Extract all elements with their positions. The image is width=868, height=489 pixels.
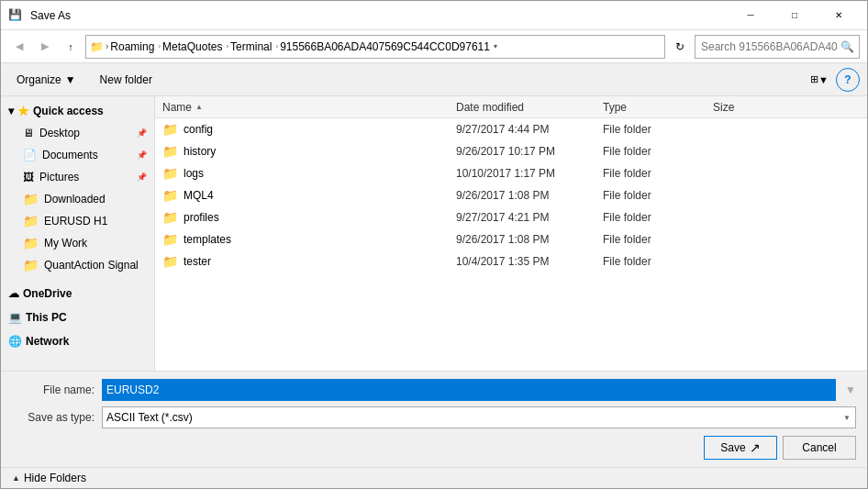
- breadcrumb-terminal[interactable]: Terminal: [230, 40, 272, 53]
- sidebar-item-my-work[interactable]: 📁 My Work: [1, 232, 154, 254]
- file-name: config: [184, 123, 213, 136]
- address-bar: ◀ ▶ ↑ 📁 › Roaming › MetaQuotes › Termina…: [1, 30, 867, 63]
- breadcrumb-roaming[interactable]: Roaming: [110, 40, 154, 53]
- minimize-button[interactable]: ─: [729, 2, 772, 29]
- file-name: templates: [184, 233, 231, 246]
- file-name-cell: 📁 config: [155, 122, 449, 137]
- bottom-buttons: Save ↗ Cancel: [12, 436, 856, 460]
- column-date[interactable]: Date modified: [449, 101, 595, 114]
- view-arrow: ▼: [818, 74, 829, 85]
- cancel-button[interactable]: Cancel: [783, 436, 856, 460]
- file-date-cell: 9/26/2017 1:08 PM: [449, 233, 595, 246]
- save-as-dialog: 💾 Save As ─ □ ✕ ◀ ▶ ↑ 📁 › Roaming › Meta…: [0, 0, 868, 489]
- table-row[interactable]: 📁 config 9/27/2017 4:44 PM File folder: [155, 118, 867, 140]
- column-name[interactable]: Name ▲: [155, 101, 449, 114]
- file-type-cell: File folder: [595, 167, 706, 180]
- file-type-cell: File folder: [595, 189, 706, 202]
- quantaction-icon: 📁: [23, 258, 39, 272]
- sidebar-onedrive[interactable]: ☁ OneDrive: [1, 283, 154, 304]
- breadcrumb-sep-1: ›: [106, 41, 108, 51]
- organize-button[interactable]: Organize ▼: [8, 68, 84, 92]
- sidebar-item-downloaded[interactable]: 📁 Downloaded: [1, 188, 154, 210]
- file-list: Name ▲ Date modified Type Size 📁 config: [155, 96, 867, 371]
- forward-button[interactable]: ▶: [34, 36, 56, 58]
- thispc-label: This PC: [26, 311, 67, 324]
- table-row[interactable]: 📁 history 9/26/2017 10:17 PM File folder: [155, 140, 867, 162]
- quantaction-label: QuantAction Signal: [44, 259, 139, 272]
- folder-icon: 📁: [162, 232, 178, 247]
- column-name-label: Name: [162, 101, 192, 114]
- folder-icon: 📁: [162, 166, 178, 181]
- documents-label: Documents: [42, 149, 98, 161]
- table-row[interactable]: 📁 tester 10/4/2017 1:35 PM File folder: [155, 250, 867, 272]
- search-container: 🔍: [695, 35, 860, 59]
- column-type[interactable]: Type: [595, 101, 706, 114]
- file-list-header: Name ▲ Date modified Type Size: [155, 96, 867, 118]
- filename-dropdown-arrow[interactable]: ▼: [845, 383, 856, 396]
- sidebar-network[interactable]: 🌐 Network: [1, 331, 154, 351]
- downloaded-label: Downloaded: [44, 193, 106, 206]
- sidebar-quick-access-header[interactable]: ▾ ★ Quick access: [1, 100, 154, 122]
- save-label: Save: [720, 441, 745, 454]
- folder-icon: 📁: [162, 254, 178, 269]
- file-name-row: File name: ▼: [12, 379, 856, 401]
- file-name: tester: [184, 255, 211, 268]
- sidebar-item-documents[interactable]: 📄 Documents 📌: [1, 144, 154, 166]
- table-row[interactable]: 📁 logs 10/10/2017 1:17 PM File folder: [155, 162, 867, 184]
- folder-icon: 📁: [162, 122, 178, 137]
- quick-access-icon: ★: [17, 104, 29, 118]
- organize-label: Organize: [17, 73, 61, 86]
- close-button[interactable]: ✕: [818, 2, 860, 29]
- desktop-label: Desktop: [39, 127, 80, 139]
- column-size[interactable]: Size: [706, 101, 779, 114]
- breadcrumb-roaming-arrow[interactable]: ›: [158, 42, 161, 50]
- toolbar-right: ⊞ ▼ ?: [807, 68, 860, 92]
- view-button[interactable]: ⊞ ▼: [807, 68, 832, 92]
- breadcrumb-dropdown[interactable]: ▾: [494, 42, 497, 50]
- new-folder-button[interactable]: New folder: [92, 68, 161, 92]
- help-button[interactable]: ?: [836, 68, 860, 92]
- quick-access-label: Quick access: [33, 105, 104, 117]
- folder-icon: 📁: [162, 144, 178, 159]
- maximize-button[interactable]: □: [773, 2, 816, 29]
- file-name-cell: 📁 MQL4: [155, 188, 449, 203]
- refresh-button[interactable]: ↻: [669, 36, 691, 58]
- back-button[interactable]: ◀: [8, 36, 30, 58]
- save-as-type-row: Save as type: ASCII Text (*.csv) ▼: [12, 406, 856, 428]
- folder-icon: 📁: [162, 210, 178, 225]
- sidebar-item-eurusd[interactable]: 📁 EURUSD H1: [1, 210, 154, 232]
- search-input[interactable]: [695, 35, 860, 59]
- table-row[interactable]: 📁 templates 9/26/2017 1:08 PM File folde…: [155, 228, 867, 250]
- save-button[interactable]: Save ↗: [704, 436, 777, 460]
- network-icon: 🌐: [8, 335, 22, 348]
- breadcrumb-bar[interactable]: 📁 › Roaming › MetaQuotes › Terminal › 91…: [85, 35, 665, 59]
- file-name-cell: 📁 profiles: [155, 210, 449, 225]
- hide-folders-row[interactable]: ▲ Hide Folders: [1, 467, 867, 488]
- sidebar-item-pictures[interactable]: 🖼 Pictures 📌: [1, 166, 154, 188]
- hide-folders-label: Hide Folders: [24, 472, 86, 484]
- table-row[interactable]: 📁 profiles 9/27/2017 4:21 PM File folder: [155, 206, 867, 228]
- network-label: Network: [26, 335, 69, 348]
- column-size-label: Size: [713, 101, 734, 114]
- table-row[interactable]: 📁 MQL4 9/26/2017 1:08 PM File folder: [155, 184, 867, 206]
- sidebar-item-quantaction[interactable]: 📁 QuantAction Signal: [1, 254, 154, 276]
- my-work-label: My Work: [44, 237, 87, 250]
- up-button[interactable]: ↑: [60, 36, 82, 58]
- folder-icon: 📁: [162, 188, 178, 203]
- file-type-cell: File folder: [595, 233, 706, 246]
- cursor-indicator: ↗: [750, 440, 761, 455]
- new-folder-label: New folder: [100, 73, 152, 86]
- breadcrumb-metaquotes[interactable]: MetaQuotes: [162, 40, 222, 53]
- sidebar-item-desktop[interactable]: 🖥 Desktop 📌: [1, 122, 154, 144]
- file-date-cell: 9/26/2017 1:08 PM: [449, 189, 595, 202]
- file-type-cell: File folder: [595, 211, 706, 224]
- file-name-input[interactable]: [102, 379, 836, 401]
- breadcrumb-terminal-arrow[interactable]: ›: [275, 42, 278, 50]
- documents-pin: 📌: [137, 150, 147, 160]
- sidebar-thispc[interactable]: 💻 This PC: [1, 307, 154, 328]
- save-as-type-select[interactable]: ASCII Text (*.csv): [102, 406, 856, 428]
- breadcrumb-guid[interactable]: 915566BA06ADA407569C544CC0D97611: [280, 40, 490, 53]
- window-controls: ─ □ ✕: [729, 2, 860, 29]
- breadcrumb-metaquotes-arrow[interactable]: ›: [226, 42, 228, 50]
- file-type-cell: File folder: [595, 255, 706, 268]
